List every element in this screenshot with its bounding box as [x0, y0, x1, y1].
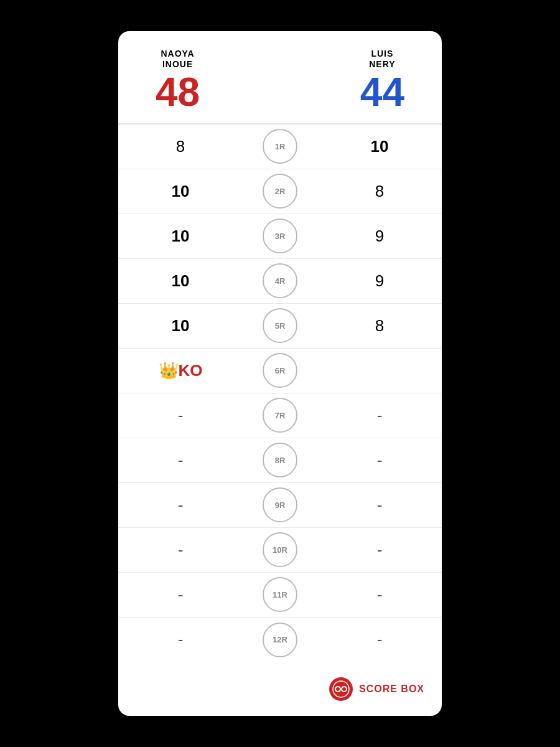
- round-row: 81R10: [118, 125, 442, 169]
- fighter1-name: NAOYA INOUE: [161, 49, 194, 70]
- round-left-score: -: [156, 585, 205, 604]
- round-right-score: -: [355, 451, 404, 470]
- scorecard: NAOYA INOUE 48 LUIS NERY 44 81R10102R810…: [118, 31, 442, 716]
- round-right-score: 9: [355, 227, 404, 246]
- fighter1: NAOYA INOUE 48: [156, 49, 200, 112]
- round-badge: 2R: [263, 174, 297, 209]
- round-row: 105R8: [118, 304, 442, 349]
- round-left-score: 10: [156, 182, 205, 201]
- fighter1-score: 48: [156, 72, 200, 112]
- round-badge: 11R: [263, 577, 297, 612]
- round-badge: 7R: [263, 398, 297, 433]
- round-right-score: 8: [355, 182, 404, 201]
- round-row: 102R8: [118, 169, 442, 214]
- round-row: 👑KO6R: [118, 349, 442, 393]
- round-right-score: 8: [355, 316, 404, 336]
- fighter2-name: LUIS NERY: [369, 49, 395, 70]
- round-right-score: -: [355, 585, 404, 604]
- round-badge: 5R: [263, 308, 297, 343]
- round-row: -10R-: [118, 528, 442, 573]
- round-left-score: -: [156, 630, 205, 649]
- round-row: -12R-: [118, 618, 442, 662]
- round-right-score: -: [355, 540, 404, 560]
- fighter2-score: 44: [360, 72, 404, 112]
- round-row: 103R9: [118, 214, 442, 259]
- round-left-score: -: [156, 540, 205, 560]
- round-badge: 9R: [263, 487, 297, 522]
- round-right-score: -: [355, 630, 404, 649]
- round-badge: 3R: [263, 218, 297, 253]
- round-row: -8R-: [118, 438, 442, 483]
- round-left-score: -: [156, 406, 205, 425]
- round-right-score: -: [355, 496, 404, 515]
- round-badge: 8R: [263, 443, 297, 477]
- round-row: 104R9: [118, 259, 442, 304]
- round-left-score: 10: [156, 227, 205, 246]
- fighter2: LUIS NERY 44: [360, 49, 404, 112]
- round-row: -7R-: [118, 393, 442, 438]
- header: NAOYA INOUE 48 LUIS NERY 44: [118, 31, 442, 125]
- round-badge: 6R: [263, 353, 297, 388]
- round-left-score: 👑KO: [156, 361, 205, 380]
- round-left-score: 10: [156, 316, 205, 336]
- scorebox-logo-icon: [329, 677, 353, 701]
- round-right-score: -: [355, 406, 404, 425]
- round-row: -9R-: [118, 483, 442, 528]
- round-badge: 12R: [263, 622, 297, 657]
- scorebox-label: SCORE BOX: [359, 684, 424, 695]
- rounds-list: 81R10102R8103R9104R9105R8👑KO6R-7R--8R--9…: [118, 125, 442, 669]
- round-badge: 4R: [263, 263, 297, 298]
- footer: SCORE BOX: [118, 669, 442, 703]
- round-left-score: 8: [156, 137, 205, 156]
- round-right-score: 10: [355, 137, 404, 156]
- round-left-score: -: [156, 451, 205, 470]
- round-badge: 10R: [263, 532, 297, 567]
- round-left-score: 10: [156, 271, 205, 291]
- round-right-score: 9: [355, 271, 404, 291]
- round-row: -11R-: [118, 573, 442, 618]
- round-left-score: -: [156, 496, 205, 515]
- round-badge: 1R: [263, 129, 297, 164]
